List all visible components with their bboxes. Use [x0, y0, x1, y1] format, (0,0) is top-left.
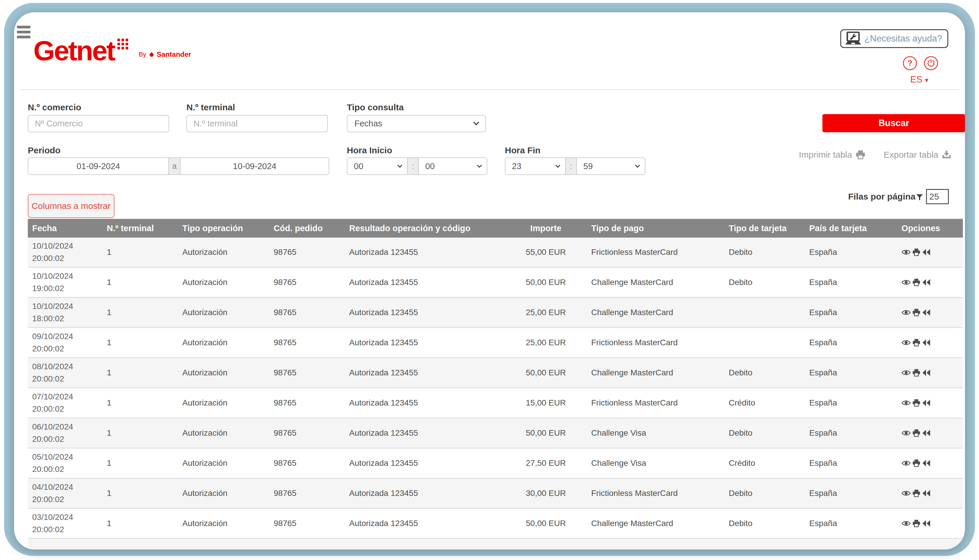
print-row-icon[interactable] — [912, 429, 921, 437]
view-details-eye-icon[interactable] — [901, 399, 911, 407]
view-details-eye-icon[interactable] — [901, 520, 911, 527]
cell-cod-pedido: 98765 — [269, 448, 344, 478]
table-row: 08/10/2024 20:00:02 1 Autorización 98765… — [28, 358, 963, 388]
hora-separator: : — [407, 158, 419, 174]
cell-terminal: 1 — [102, 388, 177, 418]
cell-pais-tarjeta: España — [802, 479, 893, 508]
hora-inicio-hh-select[interactable]: 00 — [347, 158, 407, 174]
help-circle-icon[interactable]: ? — [903, 56, 917, 70]
cell-pais-tarjeta: España — [802, 448, 893, 478]
cell-tipo-operacion: Autorización — [177, 358, 269, 387]
cell-opciones — [893, 328, 963, 357]
outer-frame: Getnet By Santander ¿Necesitas ayuda? ? — [4, 3, 975, 556]
refund-rewind-icon[interactable] — [922, 459, 931, 467]
help-button[interactable]: ¿Necesitas ayuda? — [840, 29, 948, 48]
cell-pais-tarjeta: España — [802, 328, 893, 357]
refund-rewind-icon[interactable] — [922, 429, 931, 437]
refund-rewind-icon[interactable] — [922, 339, 931, 347]
imprimir-tabla-link[interactable]: Imprimir tabla — [799, 150, 866, 160]
refund-rewind-icon[interactable] — [922, 309, 931, 316]
cell-resultado: Autorizada 123455 — [344, 509, 509, 538]
cell-terminal: 1 — [102, 509, 177, 538]
hora-fin-mm-select[interactable]: 59 — [577, 158, 645, 174]
hamburger-menu-icon[interactable] — [17, 26, 30, 38]
cell-tipo-tarjeta: Debito — [720, 358, 802, 387]
cell-tipo-tarjeta: Debito — [720, 238, 802, 267]
table-row: 10/10/2024 19:00:02 1 Autorización 98765… — [28, 268, 963, 298]
periodo-label: Periodo — [28, 145, 60, 155]
cell-importe: 50,00 EUR — [509, 509, 582, 538]
refund-rewind-icon[interactable] — [922, 490, 931, 497]
logout-power-icon[interactable] — [924, 56, 938, 70]
cell-importe: 50,00 EUR — [509, 268, 582, 297]
cell-tipo-pago: Challenge Visa — [582, 448, 720, 478]
cell-opciones — [893, 418, 963, 448]
by-santander: By Santander — [139, 50, 191, 58]
header-divider — [20, 89, 959, 90]
print-row-icon[interactable] — [912, 338, 921, 347]
cell-pais-tarjeta: España — [802, 238, 893, 267]
hora-inicio-mm-select[interactable]: 00 — [419, 158, 487, 174]
refund-rewind-icon[interactable] — [922, 278, 931, 286]
cell-tipo-tarjeta: Debito — [720, 268, 802, 297]
terminal-input[interactable] — [187, 115, 328, 132]
language-selector[interactable]: ES ▾ — [910, 74, 928, 85]
print-row-icon[interactable] — [912, 519, 921, 528]
view-details-eye-icon[interactable] — [901, 279, 911, 286]
cell-importe — [509, 539, 582, 550]
print-row-icon[interactable] — [912, 459, 921, 467]
cell-opciones — [893, 448, 963, 478]
periodo-from-input[interactable]: 01-09-2024 — [28, 158, 168, 174]
view-details-eye-icon[interactable] — [901, 490, 911, 497]
view-details-eye-icon[interactable] — [901, 309, 911, 316]
refund-rewind-icon[interactable] — [922, 399, 931, 407]
table-row: 01/10/2024 — [28, 539, 963, 550]
cell-terminal: 1 — [102, 268, 177, 297]
print-row-icon[interactable] — [912, 368, 921, 377]
cell-pais-tarjeta: España — [802, 418, 893, 448]
print-row-icon[interactable] — [912, 248, 921, 256]
columnas-a-mostrar-button[interactable]: Columnas a mostrar — [28, 194, 114, 218]
cell-resultado: Autorizada 123455 — [344, 268, 509, 297]
print-row-icon[interactable] — [912, 399, 921, 407]
cell-pais-tarjeta — [802, 539, 893, 550]
cell-terminal: 1 — [102, 448, 177, 478]
cell-tipo-pago: Challenge Visa — [582, 418, 720, 448]
refund-rewind-icon[interactable] — [922, 248, 931, 256]
cell-fecha: 06/10/2024 20:00:02 — [28, 418, 102, 448]
cell-resultado: Autorizada 123455 — [344, 479, 509, 508]
cell-importe: 25,00 EUR — [509, 328, 582, 357]
chevron-down-icon — [477, 165, 482, 168]
print-row-icon[interactable] — [912, 308, 921, 317]
chevron-down-icon — [473, 122, 479, 126]
column-header: Tipo de tarjeta — [720, 223, 802, 233]
cell-tipo-operacion: Autorización — [177, 388, 269, 418]
table-row: 09/10/2024 20:00:02 1 Autorización 98765… — [28, 328, 963, 358]
cell-tipo-operacion: Autorización — [177, 418, 269, 448]
cell-cod-pedido: 98765 — [269, 238, 344, 267]
periodo-to-input[interactable]: 10-09-2024 — [180, 158, 329, 174]
cell-importe: 25,00 EUR — [509, 298, 582, 327]
santander-flame-icon — [149, 52, 155, 57]
view-details-eye-icon[interactable] — [901, 339, 911, 346]
view-details-eye-icon[interactable] — [901, 430, 911, 437]
hora-fin-hh-select[interactable]: 23 — [505, 158, 565, 174]
laptop-wrench-icon — [845, 32, 862, 46]
exportar-tabla-link[interactable]: Exportar tabla — [884, 150, 951, 160]
view-details-eye-icon[interactable] — [901, 460, 911, 467]
refund-rewind-icon[interactable] — [922, 520, 931, 527]
tipo-consulta-select[interactable]: Fechas — [347, 115, 486, 132]
print-row-icon[interactable] — [912, 278, 921, 287]
view-details-eye-icon[interactable] — [901, 249, 911, 256]
view-details-eye-icon[interactable] — [901, 369, 911, 376]
cell-tipo-tarjeta — [720, 328, 802, 357]
hora-fin-label: Hora Fin — [505, 145, 540, 155]
filas-por-pagina-input[interactable] — [926, 189, 949, 204]
periodo-connector: a — [168, 158, 180, 174]
refund-rewind-icon[interactable] — [922, 369, 931, 377]
cell-resultado: Autorizada 123455 — [344, 298, 509, 327]
comercio-input[interactable] — [28, 115, 169, 132]
buscar-button[interactable]: Buscar — [822, 114, 965, 132]
cell-tipo-pago — [582, 539, 720, 550]
print-row-icon[interactable] — [912, 489, 921, 497]
